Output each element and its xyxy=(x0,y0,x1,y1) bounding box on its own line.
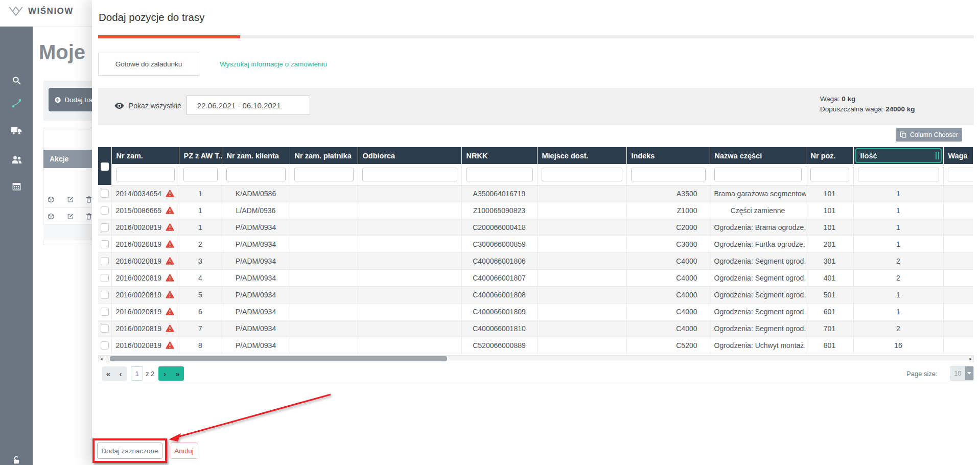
row-checkbox[interactable] xyxy=(101,190,109,198)
column-header-klient[interactable]: Nr zam. klienta xyxy=(222,147,290,164)
page-number-input[interactable] xyxy=(131,366,143,381)
column-header-odbiorca[interactable]: Odbiorca xyxy=(358,147,461,164)
add-selected-button[interactable]: Dodaj zaznaczone xyxy=(97,443,162,459)
filter-input-nr_zam[interactable] xyxy=(116,168,175,181)
calendar-icon[interactable] xyxy=(0,176,33,196)
column-header-nazwa[interactable]: Nazwa części xyxy=(710,147,806,164)
filter-input-indeks[interactable] xyxy=(631,168,706,181)
column-header-miejsce[interactable]: Miejsce dost. xyxy=(537,147,626,164)
filter-input-nrkk[interactable] xyxy=(466,168,533,181)
first-page-button[interactable]: « xyxy=(102,369,114,378)
cancel-button[interactable]: Anuluj xyxy=(170,443,198,459)
table-row[interactable]: 2016/0020819 5P/ADM/0934C400066001808C40… xyxy=(98,286,973,303)
table-row[interactable]: 2016/0020819 1P/ADM/0934C200066000418C20… xyxy=(98,219,973,236)
row-checkbox[interactable] xyxy=(101,308,109,316)
cell-nrkk: C400066001808 xyxy=(461,286,537,303)
tab-gotowe-do-zaladunku[interactable]: Gotowe do załadunku xyxy=(98,53,199,76)
table-row[interactable]: 2016/0020819 4P/ADM/0934C400066001807C40… xyxy=(98,269,973,286)
filter-input-ilosc[interactable] xyxy=(858,168,939,181)
column-header-waga[interactable]: Waga xyxy=(943,147,973,164)
cell-platnik xyxy=(290,219,358,236)
row-checkbox[interactable] xyxy=(101,206,109,215)
cell-platnik xyxy=(290,320,358,337)
brand-logo[interactable]: WIŚNIOWSKI xyxy=(8,6,73,17)
row-checkbox-cell xyxy=(98,320,111,337)
column-header-pz_aw[interactable]: PZ z AW T... xyxy=(179,147,222,164)
tab-wyszukaj-informacje[interactable]: Wyszukaj informacje o zamówieniu xyxy=(220,53,327,76)
page-size-value: 10 xyxy=(950,366,965,380)
row-checkbox[interactable] xyxy=(101,291,109,299)
package-icon[interactable] xyxy=(48,195,55,204)
filter-input-klient[interactable] xyxy=(226,168,286,181)
trash-icon[interactable] xyxy=(86,212,92,221)
users-icon[interactable] xyxy=(0,149,33,170)
next-page-button[interactable]: › xyxy=(158,369,171,378)
column-header-platnik[interactable]: Nr zam. płatnika xyxy=(290,147,358,164)
search-icon[interactable] xyxy=(0,70,33,90)
filter-input-miejsce[interactable] xyxy=(542,168,622,181)
cell-odbiorca xyxy=(358,219,461,236)
column-header-nrkk[interactable]: NRKK xyxy=(461,147,537,164)
column-chooser-button[interactable]: Column Chooser xyxy=(896,128,962,142)
column-header-nr_zam[interactable]: Nr zam. xyxy=(111,147,179,164)
cell-nrkk: A350064016719 xyxy=(461,185,537,202)
cell-ilosc: 2 xyxy=(853,269,943,286)
table-row[interactable]: 2015/0086665 1L/ADM/0936Z100065090823Z10… xyxy=(98,202,973,219)
row-checkbox[interactable] xyxy=(101,324,109,333)
table-footer-strip xyxy=(43,225,92,240)
column-drag-grip-icon[interactable] xyxy=(936,152,939,159)
column-header-indeks[interactable]: Indeks xyxy=(626,147,710,164)
trash-icon[interactable] xyxy=(86,195,92,204)
date-range-input[interactable] xyxy=(186,96,310,115)
cell-ilosc: 2 xyxy=(853,252,943,269)
add-route-button[interactable]: Dodaj tra xyxy=(49,88,92,111)
table-row[interactable]: 2016/0020819 2P/ADM/0934C300066000859C30… xyxy=(98,236,973,252)
last-page-button[interactable]: » xyxy=(171,369,184,378)
cell-indeks: A3500 xyxy=(626,185,710,202)
scroll-left-arrow[interactable]: ◂ xyxy=(100,356,103,362)
filter-input-waga[interactable] xyxy=(948,168,973,181)
filter-input-pz_aw[interactable] xyxy=(183,168,218,181)
show-all-toggle[interactable]: Pokaż wszystkie xyxy=(114,102,181,110)
scrollbar-thumb[interactable] xyxy=(110,356,447,361)
cell-klient: P/ADM/0934 xyxy=(222,219,290,236)
table-row[interactable]: 2016/0020819 3P/ADM/0934C400066001806C40… xyxy=(98,252,973,269)
table-row[interactable]: 2014/0034654 1K/ADM/0586A350064016719A35… xyxy=(98,185,973,202)
row-checkbox[interactable] xyxy=(101,223,109,231)
truck-icon[interactable] xyxy=(0,120,33,141)
column-header-nr_poz[interactable]: Nr poz. xyxy=(806,147,853,164)
select-all-checkbox[interactable] xyxy=(101,162,109,171)
horizontal-scrollbar[interactable]: ◂ ▸ xyxy=(98,355,974,362)
row-checkbox[interactable] xyxy=(101,274,109,282)
scroll-right-arrow[interactable]: ▸ xyxy=(969,356,972,362)
prev-page-button[interactable]: ‹ xyxy=(114,369,127,378)
column-label: PZ z AW T... xyxy=(184,152,222,160)
page-size-label: Page size: xyxy=(906,370,938,378)
column-header-ilosc[interactable]: Ilość xyxy=(853,147,943,164)
cell-klient: P/ADM/0934 xyxy=(222,337,290,354)
page-size-select[interactable]: 10 xyxy=(950,366,974,381)
table-row[interactable]: 2016/0020819 7P/ADM/0934C400066001810C40… xyxy=(98,320,973,337)
cell-miejsce xyxy=(537,202,626,219)
package-icon[interactable] xyxy=(48,212,55,221)
cell-nr_zam: 2014/0034654 xyxy=(111,185,179,202)
filter-input-nr_poz[interactable] xyxy=(810,168,849,181)
filter-input-odbiorca[interactable] xyxy=(362,168,457,181)
row-checkbox[interactable] xyxy=(101,341,109,350)
unlock-icon[interactable] xyxy=(0,450,33,465)
eye-icon xyxy=(114,102,124,109)
cell-nazwa: Ogrodzenia: Furtka ogrodze... xyxy=(710,236,806,252)
cell-ilosc: 1 xyxy=(853,202,943,219)
row-checkbox[interactable] xyxy=(101,257,109,265)
filter-input-platnik[interactable] xyxy=(294,168,354,181)
cell-ilosc: 1 xyxy=(853,236,943,252)
table-row[interactable]: 2016/0020819 6P/ADM/0934C400066001809C40… xyxy=(98,303,973,320)
filter-input-nazwa[interactable] xyxy=(714,168,802,181)
table-row[interactable]: 2016/0020819 8P/ADM/0934C520066000889C52… xyxy=(98,337,973,354)
row-checkbox[interactable] xyxy=(101,240,109,248)
filter-cell-ilosc xyxy=(853,164,943,185)
edit-icon[interactable] xyxy=(67,195,74,204)
routes-icon[interactable] xyxy=(0,93,33,113)
cell-platnik xyxy=(290,202,358,219)
edit-icon[interactable] xyxy=(67,212,74,221)
